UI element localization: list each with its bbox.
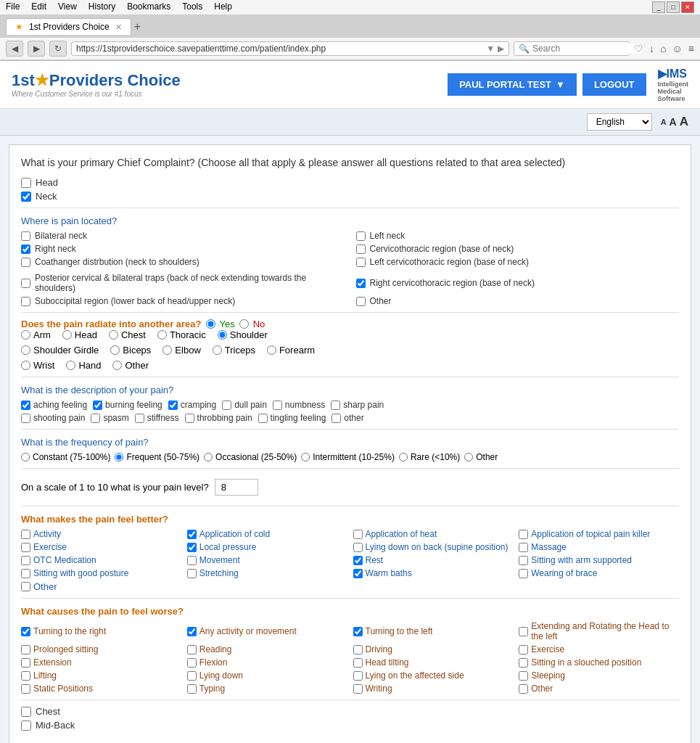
suboccipital-checkbox[interactable] [21,297,30,306]
better-movement-checkbox[interactable] [187,556,197,565]
menu-view[interactable]: View [58,1,77,13]
worse-prolonged-checkbox[interactable] [21,645,30,654]
menu-bookmarks[interactable]: Bookmarks [127,1,170,13]
left-cervicothoracic-checkbox[interactable] [356,258,366,267]
radiate-sg-radio[interactable] [21,345,30,355]
tingling-checkbox[interactable] [258,414,268,423]
better-otc-checkbox[interactable] [21,556,30,565]
freq-intermittent-radio[interactable] [301,453,310,461]
numbness-checkbox[interactable] [273,401,282,410]
better-cold-checkbox[interactable] [187,530,197,539]
posterior-checkbox[interactable] [21,279,30,288]
tab-close-btn[interactable]: ✕ [115,22,122,32]
worse-driving-checkbox[interactable] [353,645,363,654]
radiate-arm-radio[interactable] [21,330,30,340]
mid-back-checkbox[interactable] [21,721,31,731]
logout-btn[interactable]: LOGOUT [582,73,646,96]
better-lying-checkbox[interactable] [353,543,363,552]
worse-other-checkbox[interactable] [519,684,528,694]
right-neck-checkbox[interactable] [21,245,30,254]
freq-other-radio[interactable] [464,453,473,461]
menu-help[interactable]: Help [214,1,232,13]
menu-history[interactable]: History [88,1,115,13]
menu-file[interactable]: File [6,1,20,13]
better-topical-checkbox[interactable] [519,530,528,539]
pain-other-checkbox[interactable] [332,414,341,423]
worse-sleeping-checkbox[interactable] [519,671,528,681]
radiate-head-radio[interactable] [62,330,72,340]
radiate-wrist-radio[interactable] [21,361,30,370]
search-input[interactable] [532,44,641,54]
menu-icon[interactable]: ≡ [688,43,694,54]
neck-checkbox[interactable] [21,192,31,202]
font-small-btn[interactable]: A [661,115,667,129]
radiate-chest-radio[interactable] [109,330,118,340]
window-close-btn[interactable]: ✕ [681,1,694,13]
new-tab-btn[interactable]: + [134,20,141,33]
shooting-checkbox[interactable] [21,414,30,423]
freq-constant-radio[interactable] [21,453,30,461]
account-icon[interactable]: ☺ [672,43,683,54]
radiate-other-radio[interactable] [112,361,122,370]
better-brace-checkbox[interactable] [519,569,528,578]
throbbing-checkbox[interactable] [185,414,194,423]
worse-any-checkbox[interactable] [187,627,197,636]
window-minimize-btn[interactable]: _ [652,1,665,13]
better-massage-checkbox[interactable] [519,543,528,552]
worse-lifting-checkbox[interactable] [21,671,30,681]
home-icon[interactable]: ⌂ [660,43,666,54]
worse-turning-right-checkbox[interactable] [21,627,30,636]
address-go-btn[interactable]: ▶ [498,44,504,54]
dull-checkbox[interactable] [222,401,231,410]
better-heat-checkbox[interactable] [353,530,363,539]
bilateral-neck-checkbox[interactable] [21,231,30,241]
font-medium-btn[interactable]: A [670,115,677,129]
better-exercise-checkbox[interactable] [21,543,30,552]
better-warm-checkbox[interactable] [353,569,363,578]
spasm-checkbox[interactable] [91,414,100,423]
left-neck-checkbox[interactable] [356,231,366,241]
sharp-checkbox[interactable] [331,401,340,410]
portal-btn[interactable]: PAUL PORTAL TEST ▼ [448,73,577,96]
address-bar[interactable]: ▼ ▶ [71,41,509,56]
bookmark-icon[interactable]: ♡ [634,43,643,54]
forward-btn[interactable]: ▶ [28,41,45,57]
browser-tab[interactable]: ★ 1st Providers Choice ✕ [6,18,131,35]
font-large-btn[interactable]: A [680,115,688,129]
better-arm-checkbox[interactable] [519,556,528,565]
search-bar[interactable]: 🔍 [514,41,630,56]
head-checkbox[interactable] [21,178,31,188]
coathanger-checkbox[interactable] [21,258,30,267]
address-dropdown-icon[interactable]: ▼ [486,44,495,54]
window-maximize-btn[interactable]: □ [667,1,680,13]
radiate-no-radio[interactable] [239,319,249,329]
worse-extending-rotating-checkbox[interactable] [519,627,528,636]
cramping-checkbox[interactable] [168,401,178,410]
better-other-checkbox[interactable] [21,582,30,591]
freq-frequent-radio[interactable] [115,453,123,461]
cervicothoracic-checkbox[interactable] [356,245,366,254]
better-local-checkbox[interactable] [187,543,197,552]
better-posture-checkbox[interactable] [21,569,30,578]
radiate-shoulder-radio[interactable] [218,330,227,340]
radiate-elbow-radio[interactable] [162,345,172,355]
radiate-forearm-radio[interactable] [267,345,276,355]
radiate-triceps-radio[interactable] [213,345,222,355]
freq-occasional-radio[interactable] [204,453,213,461]
worse-exercise-checkbox[interactable] [519,645,528,654]
better-rest-checkbox[interactable] [353,556,363,565]
menu-tools[interactable]: Tools [182,1,202,13]
worse-slouched-checkbox[interactable] [519,658,528,668]
worse-reading-checkbox[interactable] [187,645,197,654]
better-activity-checkbox[interactable] [21,530,30,539]
worse-typing-checkbox[interactable] [187,684,197,694]
radiate-biceps-radio[interactable] [110,345,120,355]
worse-lying-checkbox[interactable] [187,671,197,681]
freq-rare-radio[interactable] [399,453,408,461]
stiffness-checkbox[interactable] [135,414,144,423]
radiate-thoracic-radio[interactable] [157,330,167,340]
better-stretching-checkbox[interactable] [187,569,197,578]
radiate-hand-radio[interactable] [66,361,75,370]
right-cervicothoracic-checkbox[interactable] [356,279,366,288]
chest-checkbox[interactable] [21,707,31,717]
